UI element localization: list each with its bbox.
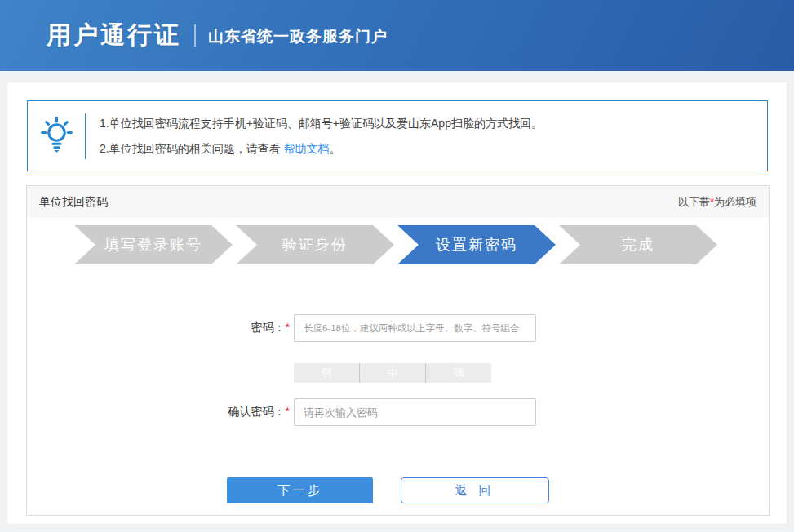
password-input[interactable]: [294, 314, 536, 342]
required-note-prefix: 以下带: [678, 196, 710, 208]
title-divider: [194, 24, 196, 47]
back-button[interactable]: 返 回: [401, 477, 549, 503]
tip-icon-area: [28, 116, 85, 156]
strength-weak: 弱: [294, 363, 360, 383]
next-step-button[interactable]: 下一步: [227, 477, 373, 503]
step-set-new-password: 设置新密码: [397, 225, 556, 264]
tip-line-2-text: 2.单位找回密码的相关问题，请查看: [100, 142, 284, 155]
page-subtitle: 山东省统一政务服务门户: [208, 26, 388, 47]
step-complete: 完成: [559, 225, 717, 264]
confirm-password-input[interactable]: [294, 398, 536, 426]
strength-strong: 强: [426, 363, 491, 383]
step-fill-account: 填写登录账号: [74, 225, 233, 264]
tip-line-2-suffix: 。: [330, 142, 341, 155]
password-row: 密码：*: [27, 314, 769, 342]
required-note: 以下带*为必填项: [678, 195, 756, 210]
tip-box: 1.单位找回密码流程支持手机+验证码、邮箱号+验证码以及爱山东App扫脸的方式找…: [27, 100, 768, 171]
password-label-text: 密码：: [251, 321, 286, 334]
tip-line-2: 2.单位找回密码的相关问题，请查看 帮助文档。: [100, 136, 543, 162]
confirm-required-star: *: [286, 405, 290, 418]
confirm-label-text: 确认密码：: [228, 405, 286, 418]
page: 用户通行证 山东省统一政务服务门户: [0, 0, 794, 532]
confirm-password-row: 确认密码：*: [27, 398, 769, 426]
panel-title: 单位找回密码: [39, 195, 108, 210]
strength-row: 弱 中 强: [27, 363, 769, 383]
panel-header: 单位找回密码 以下带*为必填项: [27, 186, 769, 218]
password-strength-meter: 弱 中 强: [294, 363, 491, 383]
password-recovery-panel: 单位找回密码 以下带*为必填项 填写登录账号 验证身份 设置新密码 完成 密码：…: [26, 185, 770, 516]
password-label: 密码：*: [27, 321, 290, 335]
header-brand: 用户通行证 山东省统一政务服务门户: [0, 0, 794, 71]
page-title: 用户通行证: [47, 19, 181, 52]
step-indicator: 填写登录账号 验证身份 设置新密码 完成: [74, 225, 721, 264]
app-header: 用户通行证 山东省统一政务服务门户: [0, 0, 794, 71]
password-required-star: *: [286, 321, 290, 334]
tip-text: 1.单位找回密码流程支持手机+验证码、邮箱号+验证码以及爱山东App扫脸的方式找…: [86, 111, 543, 162]
content-wrapper: 1.单位找回密码流程支持手机+验证码、邮箱号+验证码以及爱山东App扫脸的方式找…: [7, 82, 787, 525]
strength-medium: 中: [360, 363, 426, 383]
confirm-password-label: 确认密码：*: [27, 405, 290, 419]
step-verify-identity: 验证身份: [236, 225, 394, 264]
help-doc-link[interactable]: 帮助文档: [284, 142, 330, 155]
tip-line-1: 1.单位找回密码流程支持手机+验证码、邮箱号+验证码以及爱山东App扫脸的方式找…: [100, 111, 543, 136]
lightbulb-icon: [38, 116, 75, 156]
required-note-suffix: 为必填项: [714, 196, 756, 208]
